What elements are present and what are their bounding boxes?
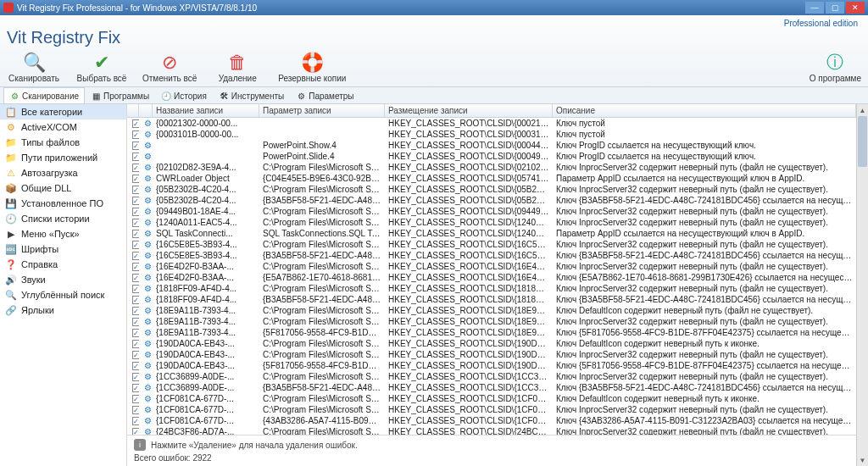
row-checkbox[interactable] [132,130,139,139]
tab-history[interactable]: 🕘История [155,87,213,103]
row-checkbox[interactable] [132,241,139,249]
row-checkbox[interactable] [132,175,139,183]
table-row[interactable]: ⚙{02102D82-3E9A-4...C:\Program Files\Mic… [127,162,856,173]
row-checkbox[interactable] [132,164,139,172]
tab-scan[interactable]: ⚙Сканирование [3,87,85,103]
row-checkbox[interactable] [132,197,139,205]
table-row[interactable]: ⚙{18E9A11B-7393-4...C:\Program Files\Mic… [127,305,856,316]
row-checkbox[interactable] [132,318,139,326]
col-param-header[interactable]: Параметр записи [259,104,385,117]
vertical-scrollbar[interactable]: ▲ ▼ [856,104,868,466]
table-row[interactable]: ⚙{190DA0CA-EB43-...{5F817056-9558-4FC9-B… [127,360,856,371]
table-row[interactable]: ⚙{05B2302B-4C20-4...{B3A5BF58-5F21-4EDC-… [127,195,856,206]
row-checkbox[interactable] [132,274,139,282]
table-row[interactable]: ⚙{1CF081CA-677D-...{43AB3286-A5A7-4115-B… [127,415,856,426]
cell-desc: Ключ InprocServer32 содержит неверный пу… [553,316,856,327]
table-row[interactable]: ⚙{16C5E8E5-3B93-4...{B3A5BF58-5F21-4EDC-… [127,250,856,261]
sidebar-item-2[interactable]: 📁Типы файлов [0,135,126,150]
row-checkbox[interactable] [132,186,139,194]
table-row[interactable]: ⚙{1CC36899-A0DE-...{B3A5BF58-5F21-4EDC-A… [127,382,856,393]
scroll-up-arrow[interactable]: ▲ [857,104,868,116]
sidebar-item-13[interactable]: 🔗Ярлыки [0,302,126,318]
row-checkbox[interactable] [132,340,139,348]
scan-button[interactable]: 🔍 Сканировать [7,52,61,83]
sidebar-item-9[interactable]: 🔤Шрифты [0,241,126,257]
table-row[interactable]: ⚙{18E9A11B-7393-4...{5F817056-9558-4FC9-… [127,327,856,338]
tab-tools[interactable]: 🛠Инструменты [213,87,290,103]
table-row[interactable]: ⚙{190DA0CA-EB43-...C:\Program Files\Micr… [127,349,856,360]
col-desc-header[interactable]: Описание [553,104,856,117]
table-row[interactable]: ⚙{24BC3F86-AD7A-...C:\Program Files\Micr… [127,426,856,435]
sidebar-item-3[interactable]: 📁Пути приложений [0,150,126,165]
row-checkbox[interactable] [132,329,139,337]
row-checkbox[interactable] [132,119,139,128]
gear-icon: ⚙ [142,306,152,315]
table-row[interactable]: ⚙{0003101B-0000-00...HKEY_CLASSES_ROOT\C… [127,129,856,140]
table-row[interactable]: ⚙{18E9A11B-7393-4...C:\Program Files\Mic… [127,316,856,327]
row-checkbox[interactable] [132,373,139,381]
table-row[interactable]: ⚙{16E4D2F0-B3AA-...C:\Program Files\Micr… [127,261,856,272]
table-row[interactable]: ⚙{1CC36899-A0DE-...C:\Program Files\Micr… [127,371,856,382]
col-loc-header[interactable]: Размещение записи [385,104,553,117]
delete-button[interactable]: 🗑 Удаление [210,52,264,83]
sidebar-item-12[interactable]: 🔍Углублённый поиск [0,287,126,302]
backup-button[interactable]: 🛟 Резервные копии [278,52,346,83]
row-checkbox[interactable] [132,307,139,315]
table-row[interactable]: ⚙PowerPoint.Show.4HKEY_CLASSES_ROOT\CLSI… [127,140,856,151]
gear-icon: ⚙ [142,383,152,392]
row-checkbox[interactable] [132,417,139,425]
sidebar-item-1[interactable]: ⚙ActiveX/COM [0,119,126,135]
row-checkbox[interactable] [132,384,139,392]
cell-desc: Ключ DefaultIcon содержит неверный путь … [553,393,856,404]
sidebar-item-8[interactable]: ▶Меню «Пуск» [0,226,126,241]
sidebar-item-7[interactable]: 🕘Списки истории [0,211,126,226]
row-checkbox[interactable] [132,230,139,238]
maximize-button[interactable]: ▢ [826,2,844,14]
close-button[interactable]: ✕ [846,2,865,14]
table-row[interactable]: ⚙{1818FF09-AF4D-4...C:\Program Files\Mic… [127,283,856,294]
about-button[interactable]: ⓘ О программе [810,51,861,83]
tab-settings[interactable]: ⚙Параметры [290,87,359,103]
sidebar-item-11[interactable]: 🔊Звуки [0,272,126,287]
table-row[interactable]: ⚙{1240A011-EAC5-4...C:\Program Files\Mic… [127,217,856,228]
sidebar-item-10[interactable]: ❓Справка [0,257,126,272]
minimize-button[interactable]: — [805,2,824,14]
row-checkbox[interactable] [132,351,139,359]
table-row[interactable]: ⚙CWRLoader Object{C04E45E5-B9E6-43C0-92B… [127,173,856,184]
table-row[interactable]: ⚙{00021302-0000-00...HKEY_CLASSES_ROOT\C… [127,118,856,129]
table-row[interactable]: ⚙{190DA0CA-EB43-...C:\Program Files\Micr… [127,338,856,349]
sidebar-item-4[interactable]: ⚠Автозагрузка [0,165,126,180]
row-checkbox[interactable] [132,362,139,370]
col-checkbox[interactable] [127,104,139,117]
col-name-header[interactable]: Название записи [153,104,259,117]
scroll-down-arrow[interactable]: ▼ [857,454,868,466]
table-row[interactable]: ⚙{1818FF09-AF4D-4...{B3A5BF58-5F21-4EDC-… [127,294,856,305]
row-checkbox[interactable] [132,263,139,271]
tab-programs[interactable]: ▦Программы [85,87,155,103]
table-row[interactable]: ⚙PowerPoint.Slide.4HKEY_CLASSES_ROOT\CLS… [127,151,856,162]
sidebar-item-6[interactable]: 💾Установленное ПО [0,196,126,211]
row-checkbox[interactable] [132,428,139,435]
row-checkbox[interactable] [132,395,139,403]
sidebar-item-0[interactable]: 📋Все категории [0,104,126,119]
row-checkbox[interactable] [132,153,139,161]
table-row[interactable]: ⚙{05B2302B-4C20-4...C:\Program Files\Mic… [127,184,856,195]
row-checkbox[interactable] [132,285,139,293]
table-row[interactable]: ⚙{1CF081CA-677D-...C:\Program Files\Micr… [127,393,856,404]
row-checkbox[interactable] [132,219,139,227]
deselect-all-button[interactable]: ⊘ Отменить всё [142,52,197,83]
cell-name: {0003101B-0000-00... [153,129,259,140]
row-checkbox[interactable] [132,208,139,216]
row-checkbox[interactable] [132,141,139,150]
row-checkbox[interactable] [132,252,139,260]
table-row[interactable]: ⚙{16C5E8E5-3B93-4...C:\Program Files\Mic… [127,239,856,250]
sidebar-item-5[interactable]: 📦Общие DLL [0,180,126,196]
row-checkbox[interactable] [132,296,139,304]
select-all-button[interactable]: ✔ Выбрать всё [75,52,129,83]
scroll-thumb[interactable] [858,116,867,167]
table-row[interactable]: ⚙SQL TaskConnecti...SQL TaskConnections.… [127,228,856,239]
table-row[interactable]: ⚙{16E4D2F0-B3AA-...{E5A7B862-1E70-4618-8… [127,272,856,283]
table-row[interactable]: ⚙{09449B01-18AE-4...C:\Program Files\Mic… [127,206,856,217]
row-checkbox[interactable] [132,406,139,414]
table-row[interactable]: ⚙{1CF081CA-677D-...C:\Program Files\Micr… [127,404,856,415]
